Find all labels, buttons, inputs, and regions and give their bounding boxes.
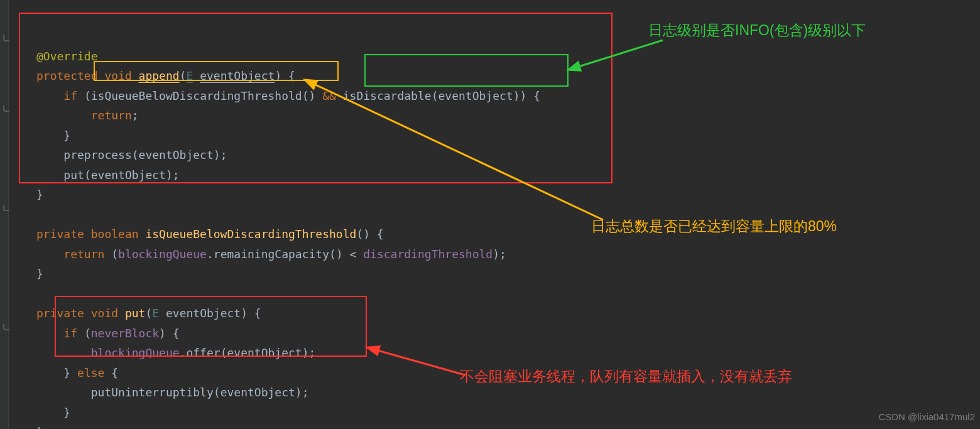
op-and: && — [322, 89, 336, 102]
svg-line-0 — [577, 40, 663, 67]
param-eventObject-2: eventObject — [166, 307, 241, 320]
gutter — [0, 0, 9, 429]
method-put: put — [125, 307, 146, 320]
type-E: E — [186, 69, 193, 82]
arg-eventObject-3: eventObject — [91, 168, 166, 182]
arg-eventObject: eventObject — [438, 89, 513, 102]
call-isQueueBelowDiscardingThreshold: isQueueBelowDiscardingThreshold — [91, 89, 302, 102]
param-eventObject: eventObject — [200, 69, 275, 82]
call-offer: offer — [186, 346, 220, 359]
kw-protected: protected — [36, 69, 98, 82]
annotation-green: 日志级别是否INFO(包含)级别以下 — [648, 21, 866, 41]
kw-void: void — [104, 69, 131, 82]
kw-private: private — [36, 227, 84, 241]
kw-boolean: boolean — [91, 227, 139, 241]
field-blockingQueue-2: blockingQueue — [91, 346, 180, 359]
call-isDiscardable: isDiscardable — [343, 89, 432, 102]
field-blockingQueue: blockingQueue — [118, 247, 207, 261]
op-lt: < — [350, 247, 357, 261]
field-discardingThreshold: discardingThreshold — [363, 247, 493, 261]
kw-if: if — [63, 89, 77, 102]
call-preprocess: preprocess — [63, 148, 131, 161]
kw-else: else — [77, 366, 104, 379]
arg-eventObject-4: eventObject — [227, 346, 302, 359]
watermark: CSDN @lixia0417mul2 — [878, 407, 975, 427]
kw-private-2: private — [36, 307, 84, 320]
kw-return-2: return — [63, 247, 104, 261]
annotation-orange: 日志总数是否已经达到容量上限的80% — [591, 217, 837, 237]
annotation-red: 不会阻塞业务线程，队列有容量就插入，没有就丢弃 — [460, 367, 792, 387]
method-append: append — [139, 69, 180, 82]
call-putUninterruptibly: putUninterruptibly — [91, 386, 214, 399]
method-isQueueBelowDiscardingThreshold: isQueueBelowDiscardingThreshold — [145, 227, 356, 241]
kw-if-2: if — [63, 327, 77, 340]
call-put: put — [63, 168, 84, 182]
call-remainingCapacity: remainingCapacity — [214, 247, 329, 261]
kw-return: return — [91, 109, 132, 122]
arg-eventObject-5: eventObject — [220, 386, 295, 399]
field-neverBlock: neverBlock — [91, 327, 159, 340]
annotation-override: @Override — [36, 50, 98, 63]
type-E-2: E — [152, 307, 159, 320]
arg-eventObject-2: eventObject — [139, 148, 214, 161]
kw-void-2: void — [91, 307, 118, 320]
